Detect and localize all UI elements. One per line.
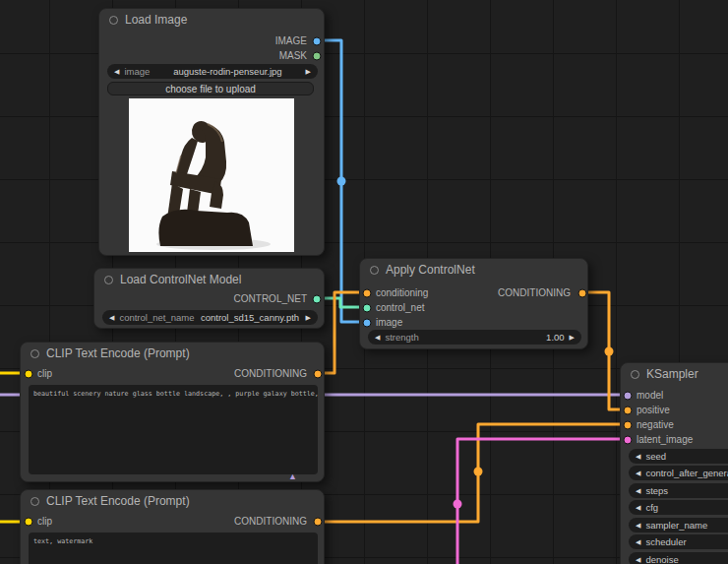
clip-input-label: clip [37,368,52,379]
clip-text-encode-positive-node[interactable]: CLIP Text Encode (Prompt) clip CONDITION… [20,342,325,482]
ksampler-node[interactable]: KSampler model positive negative latent_… [620,362,728,564]
node-title: KSampler [646,367,698,381]
combo-value: auguste-rodin-penseur.jpg [154,66,300,77]
image-combo-widget[interactable]: ◀ image auguste-rodin-penseur.jpg ▶ [107,64,318,79]
node-title: Load ControlNet Model [120,273,241,286]
stepper-left-arrow-icon[interactable]: ◀ [636,522,640,530]
control-net-output-label: CONTROL_NET [234,293,307,304]
steps-widget[interactable]: ◀ steps [629,483,728,498]
clip-text-encode-title-bar[interactable]: CLIP Text Encode (Prompt) [21,490,324,512]
stepper-right-arrow-icon[interactable]: ▶ [570,334,575,342]
ksampler-title-bar[interactable]: KSampler [621,363,728,385]
clip-input-slot[interactable] [25,370,33,379]
apply-controlnet-node[interactable]: Apply ControlNet conditioning control_ne… [359,258,588,349]
sampler-name-widget[interactable]: ◀ sampler_name [629,518,728,533]
collapse-dot-icon[interactable] [30,349,39,358]
stepper-left-arrow-icon[interactable]: ◀ [636,556,640,564]
latent-image-input-slot[interactable] [624,436,633,445]
stepper-left-arrow-icon[interactable]: ◀ [636,487,640,495]
widget-value: 1.00 [424,332,565,343]
widget-label: seed [645,451,666,462]
seed-widget[interactable]: ◀ seed [629,449,728,464]
positive-input-label: positive [637,405,670,415]
widget-label: control_after_generate [645,468,728,478]
stepper-left-arrow-icon[interactable]: ◀ [636,538,640,546]
choose-file-button[interactable]: choose file to upload [107,82,314,95]
wire-latent-midpoint-dot [454,500,462,509]
control-after-generate-widget[interactable]: ◀ control_after_generate [629,466,728,480]
node-title: CLIP Text Encode (Prompt) [46,346,190,360]
scheduler-widget[interactable]: ◀ scheduler [629,534,728,549]
load-image-title-bar[interactable]: Load Image [99,9,324,31]
control-net-input-label: control_net [376,302,424,313]
wire-negative-midpoint-dot [474,468,483,476]
clip-input-slot[interactable] [25,518,33,527]
clip-text-encode-title-bar[interactable]: CLIP Text Encode (Prompt) [21,343,324,364]
control-net-output-slot[interactable] [313,295,322,304]
conditioning-input-label: conditioning [376,287,428,298]
control-net-name-combo-widget[interactable]: ◀ control_net_name control_sd15_canny.pt… [102,310,318,325]
apply-controlnet-title-bar[interactable]: Apply ControlNet [360,259,587,281]
widget-label: strength [385,332,418,343]
prompt-textarea[interactable]: text, watermark [29,533,318,564]
latent-image-input-label: latent_image [637,434,693,445]
cfg-widget[interactable]: ◀ cfg [629,500,728,515]
collapse-dot-icon[interactable] [30,497,39,506]
conditioning-output-slot[interactable] [314,370,323,379]
wire-positive-midpoint-dot [605,347,614,356]
node-title: Apply ControlNet [386,263,475,277]
collapse-dot-icon[interactable] [370,266,379,275]
load-image-node[interactable]: Load Image IMAGE MASK ◀ image auguste-ro… [98,8,325,256]
widget-label: sampler_name [645,520,707,531]
denoise-widget[interactable]: ◀ denoise [629,552,728,564]
combo-label: image [124,66,150,77]
wire-latent [457,439,627,564]
model-input-label: model [637,390,663,401]
stepper-left-arrow-icon[interactable]: ◀ [636,453,640,461]
collapse-dot-icon[interactable] [104,276,113,284]
clip-input-label: clip [37,516,52,527]
combo-label: control_net_name [119,312,194,323]
conditioning-output-label: CONDITIONING [234,516,307,527]
stepper-left-arrow-icon[interactable]: ◀ [636,504,640,512]
thinker-statue-image [129,98,294,252]
clip-text-encode-negative-node[interactable]: CLIP Text Encode (Prompt) clip CONDITION… [20,489,325,564]
model-input-slot[interactable] [624,392,633,401]
combo-right-arrow-icon[interactable]: ▶ [306,314,311,322]
widget-label: scheduler [645,536,686,547]
image-input-label: image [376,317,402,328]
load-controlnet-title-bar[interactable]: Load ControlNet Model [94,269,324,290]
prompt-textarea[interactable]: beautiful scenery nature glass bottle la… [29,385,318,474]
thinker-statue-preview [129,98,294,252]
node-bottom-arrow-icon: ▲ [288,472,297,481]
control-net-input-slot[interactable] [363,304,372,313]
conditioning-output-label: CONDITIONING [234,368,307,379]
wire-image-midpoint-dot [337,177,346,186]
node-title: Load Image [125,13,187,27]
strength-widget[interactable]: ◀ strength 1.00 ▶ [368,330,581,345]
conditioning-output-slot[interactable] [578,289,587,298]
stepper-left-arrow-icon[interactable]: ◀ [636,470,640,477]
mask-output-label: MASK [279,50,307,61]
combo-left-arrow-icon[interactable]: ◀ [114,68,119,76]
widget-label: cfg [645,502,658,513]
negative-input-slot[interactable] [624,421,633,430]
image-input-slot[interactable] [363,319,372,328]
widget-label: denoise [645,554,678,564]
stepper-left-arrow-icon[interactable]: ◀ [375,334,380,342]
combo-value: control_sd15_canny.pth [199,312,300,323]
node-graph-canvas[interactable]: Load Image IMAGE MASK ◀ image auguste-ro… [0,0,728,564]
collapse-dot-icon[interactable] [109,16,118,25]
mask-output-slot[interactable] [313,52,322,61]
combo-left-arrow-icon[interactable]: ◀ [109,314,114,322]
conditioning-output-slot[interactable] [314,518,323,527]
positive-input-slot[interactable] [624,407,633,415]
node-title: CLIP Text Encode (Prompt) [46,494,190,508]
image-output-slot[interactable] [313,37,322,46]
collapse-dot-icon[interactable] [631,370,639,379]
load-controlnet-node[interactable]: Load ControlNet Model CONTROL_NET ◀ cont… [93,268,325,329]
widget-label: steps [645,485,668,496]
conditioning-input-slot[interactable] [363,289,372,298]
combo-right-arrow-icon[interactable]: ▶ [306,68,311,76]
image-output-label: IMAGE [275,35,307,46]
